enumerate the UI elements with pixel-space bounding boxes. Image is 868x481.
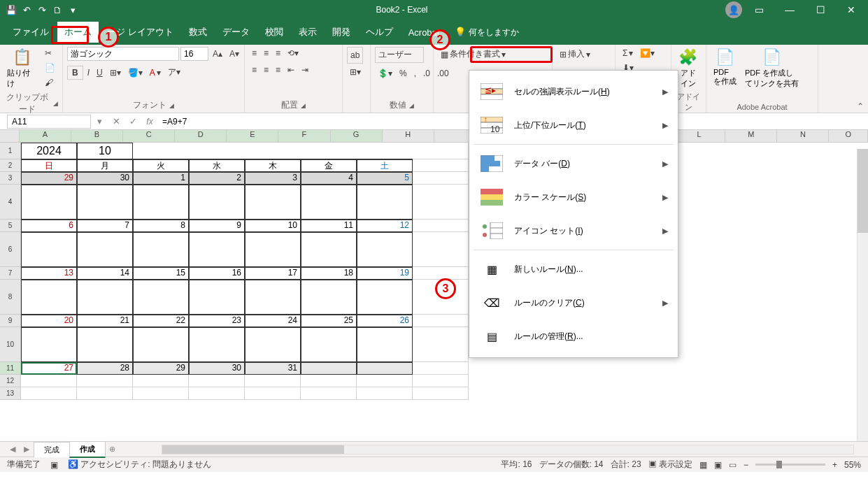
new-sheet-button[interactable]: ⊕ bbox=[105, 445, 120, 454]
sheet-nav-prev-icon[interactable]: ◀ bbox=[6, 445, 20, 454]
calendar-cell[interactable]: 4 bbox=[301, 172, 357, 185]
menu-color-scales[interactable]: カラー スケール(S) ▶ bbox=[469, 180, 678, 214]
align-top-button[interactable]: ≡ bbox=[249, 47, 259, 59]
calendar-cell[interactable] bbox=[301, 232, 357, 267]
fx-icon[interactable]: fx bbox=[141, 116, 158, 127]
sheet-tab-1[interactable]: 完成 bbox=[34, 442, 70, 457]
col-header[interactable]: N bbox=[777, 130, 829, 143]
currency-button[interactable]: 💲▾ bbox=[375, 67, 395, 80]
calendar-cell[interactable] bbox=[77, 327, 133, 362]
calendar-cell[interactable] bbox=[189, 327, 245, 362]
zoom-value[interactable]: 55% bbox=[844, 460, 861, 470]
wrap-text-button[interactable]: ab bbox=[347, 47, 363, 64]
calendar-cell[interactable] bbox=[301, 185, 357, 220]
col-header[interactable]: D bbox=[175, 130, 227, 143]
calendar-cell[interactable]: 23 bbox=[189, 315, 245, 327]
tab-pagelayout[interactable]: ージ レイアウト bbox=[100, 22, 180, 43]
cut-button[interactable]: ✂ bbox=[42, 47, 58, 59]
calendar-cell[interactable]: 3 bbox=[245, 172, 301, 185]
new-doc-icon[interactable]: 🗋 bbox=[52, 4, 63, 15]
select-all-corner[interactable] bbox=[0, 130, 20, 143]
calendar-cell[interactable]: 17 bbox=[245, 267, 301, 280]
worksheet-grid[interactable]: A B C D E F G H L M N O 1 2024 102日月火水木金… bbox=[0, 130, 868, 441]
tab-acrobat[interactable]: Acrobat bbox=[401, 23, 447, 42]
calendar-cell[interactable]: 28 bbox=[77, 362, 133, 375]
calendar-cell[interactable]: 5 bbox=[357, 172, 413, 185]
horizontal-scrollbar[interactable] bbox=[162, 445, 854, 454]
calendar-cell[interactable]: 29 bbox=[21, 172, 77, 185]
calendar-cell[interactable] bbox=[245, 232, 301, 267]
calendar-cell[interactable]: 15 bbox=[133, 267, 189, 280]
calendar-cell[interactable] bbox=[245, 327, 301, 362]
autosum-button[interactable]: Σ ▾ 🔽▾ bbox=[620, 47, 657, 59]
calendar-cell[interactable] bbox=[189, 280, 245, 315]
maximize-button[interactable]: ☐ bbox=[806, 0, 834, 20]
number-launcher-icon[interactable]: ◢ bbox=[409, 102, 414, 109]
merge-button[interactable]: ⊞▾ bbox=[347, 66, 364, 78]
close-button[interactable]: ✕ bbox=[837, 0, 865, 20]
pdf-share-button[interactable]: 📄 PDF を作成し てリンクを共有 bbox=[742, 47, 802, 90]
menu-clear-rules[interactable]: ⌫ ルールのクリア(C) ▶ bbox=[469, 286, 678, 320]
menu-data-bars[interactable]: データ バー(D) ▶ bbox=[469, 147, 678, 180]
col-header[interactable]: B bbox=[71, 130, 123, 143]
indent-decrease-button[interactable]: ⇤ bbox=[285, 64, 297, 76]
calendar-cell[interactable]: 11 bbox=[301, 220, 357, 232]
calendar-cell[interactable] bbox=[133, 232, 189, 267]
undo-icon[interactable]: ↶ bbox=[21, 4, 32, 15]
italic-button[interactable]: I bbox=[85, 66, 92, 79]
col-header[interactable]: C bbox=[123, 130, 175, 143]
calendar-cell[interactable] bbox=[357, 232, 413, 267]
col-header[interactable]: F bbox=[278, 130, 330, 143]
sheet-tab-2[interactable]: 作成 bbox=[69, 441, 106, 458]
indent-increase-button[interactable]: ⇥ bbox=[299, 64, 311, 76]
calendar-cell[interactable]: 8 bbox=[133, 220, 189, 232]
calendar-cell[interactable] bbox=[77, 185, 133, 220]
tab-formulas[interactable]: 数式 bbox=[182, 22, 214, 43]
calendar-cell[interactable]: 6 bbox=[21, 220, 77, 232]
number-format-select[interactable]: ユーザー bbox=[375, 47, 424, 63]
calendar-cell[interactable]: 18 bbox=[301, 267, 357, 280]
calendar-cell[interactable]: 30 bbox=[77, 172, 133, 185]
calendar-cell[interactable]: 7 bbox=[77, 220, 133, 232]
calendar-cell[interactable] bbox=[21, 232, 77, 267]
zoom-out-button[interactable]: − bbox=[744, 460, 748, 470]
calendar-cell[interactable]: 13 bbox=[21, 267, 77, 280]
zoom-thumb[interactable] bbox=[776, 461, 782, 468]
ribbon-display-icon[interactable]: ▭ bbox=[745, 0, 773, 20]
border-button[interactable]: ⊞▾ bbox=[107, 66, 124, 79]
scrollbar-thumb[interactable] bbox=[162, 445, 344, 454]
calendar-cell[interactable]: 9 bbox=[189, 220, 245, 232]
tab-view[interactable]: 表示 bbox=[292, 22, 324, 43]
view-normal-icon[interactable]: ▦ bbox=[699, 460, 707, 470]
calendar-cell[interactable] bbox=[77, 280, 133, 315]
calendar-cell[interactable]: 14 bbox=[77, 267, 133, 280]
display-settings-button[interactable]: ▣ 表示設定 bbox=[648, 459, 692, 471]
tab-data[interactable]: データ bbox=[215, 22, 257, 43]
calendar-cell[interactable]: 2 bbox=[189, 172, 245, 185]
calendar-cell[interactable]: 24 bbox=[245, 315, 301, 327]
calendar-cell[interactable]: 31 bbox=[245, 362, 301, 375]
tab-home[interactable]: ホーム bbox=[57, 22, 99, 43]
calendar-cell[interactable] bbox=[21, 280, 77, 315]
font-name-input[interactable] bbox=[67, 47, 179, 61]
calendar-cell[interactable] bbox=[301, 362, 357, 375]
calendar-cell[interactable] bbox=[301, 327, 357, 362]
col-header[interactable]: E bbox=[227, 130, 278, 143]
calendar-cell[interactable] bbox=[357, 327, 413, 362]
bold-button[interactable]: B bbox=[67, 66, 83, 80]
save-icon[interactable]: 💾 bbox=[6, 4, 17, 15]
calendar-cell[interactable] bbox=[301, 280, 357, 315]
fill-color-button[interactable]: 🪣▾ bbox=[125, 66, 145, 79]
clipboard-launcher-icon[interactable]: ◢ bbox=[53, 100, 58, 107]
calendar-cell[interactable]: 30 bbox=[189, 362, 245, 375]
col-header[interactable]: L bbox=[674, 130, 725, 143]
calendar-cell[interactable] bbox=[133, 327, 189, 362]
vertical-scrollbar[interactable] bbox=[857, 149, 868, 441]
calendar-cell[interactable] bbox=[189, 232, 245, 267]
calendar-cell[interactable] bbox=[357, 280, 413, 315]
name-box-dropdown-icon[interactable]: ▾ bbox=[91, 116, 108, 127]
addins-button[interactable]: 🧩 アド イン bbox=[676, 47, 700, 90]
underline-button[interactable]: U bbox=[94, 66, 106, 79]
align-launcher-icon[interactable]: ◢ bbox=[301, 102, 306, 109]
menu-highlight-rules[interactable]: ≦▸ セルの強調表示ルール(H) ▶ bbox=[469, 75, 678, 108]
